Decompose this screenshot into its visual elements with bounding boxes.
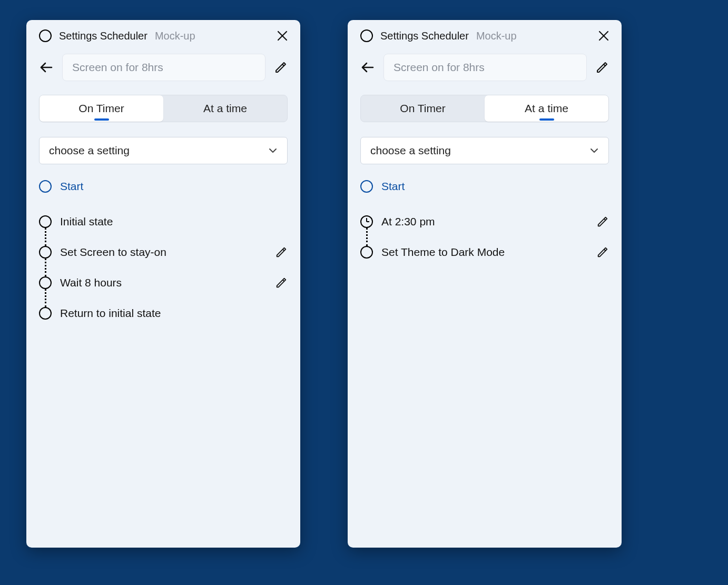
titlebar: Settings Scheduler Mock-up (348, 20, 622, 47)
select-placeholder: choose a setting (49, 144, 130, 157)
tab-at-a-time[interactable]: At a time (163, 95, 287, 122)
tab-at-a-time[interactable]: At a time (485, 95, 608, 122)
tab-label: On Timer (78, 102, 124, 115)
chevron-down-icon (268, 146, 278, 155)
step-item: Return to initial state (39, 298, 288, 329)
window-on-timer: Settings Scheduler Mock-up On Timer At a… (26, 20, 300, 548)
edit-step-icon[interactable] (596, 215, 609, 228)
app-subtitle: Mock-up (476, 30, 517, 42)
step-node-icon (39, 276, 52, 289)
step-node-icon (39, 215, 52, 228)
edit-step-icon[interactable] (275, 276, 288, 289)
start-icon (360, 180, 373, 193)
start-button[interactable]: Start (360, 180, 609, 193)
tab-on-timer[interactable]: On Timer (361, 95, 485, 122)
app-icon (360, 29, 373, 42)
app-icon (39, 29, 52, 42)
start-label: Start (60, 180, 83, 193)
step-node-icon (360, 246, 373, 259)
start-icon (39, 180, 52, 193)
name-row (26, 47, 300, 81)
start-button[interactable]: Start (39, 180, 288, 193)
tab-label: At a time (525, 102, 568, 115)
start-label: Start (381, 180, 405, 193)
titlebar: Settings Scheduler Mock-up (26, 20, 300, 47)
step-label: Set Theme to Dark Mode (381, 246, 588, 259)
select-placeholder: choose a setting (370, 144, 451, 157)
edit-step-icon[interactable] (596, 246, 609, 259)
close-icon[interactable] (598, 31, 609, 41)
edit-name-icon[interactable] (274, 61, 288, 74)
steps-list: At 2:30 pm Set Theme to Dark Mode (360, 206, 609, 267)
tab-label: On Timer (400, 102, 445, 115)
window-at-a-time: Settings Scheduler Mock-up On Timer At a… (348, 20, 622, 548)
chevron-down-icon (589, 146, 599, 155)
back-icon[interactable] (360, 60, 375, 75)
step-item: Set Screen to stay-on (39, 237, 288, 267)
step-label: Set Screen to stay-on (60, 246, 267, 259)
tab-on-timer[interactable]: On Timer (40, 95, 163, 122)
mode-tabs: On Timer At a time (360, 95, 609, 122)
setting-select[interactable]: choose a setting (360, 137, 609, 164)
back-icon[interactable] (39, 60, 54, 75)
step-node-icon (39, 307, 52, 320)
step-label: Initial state (60, 215, 288, 228)
mode-tabs: On Timer At a time (39, 95, 288, 122)
clock-icon (360, 215, 373, 228)
edit-step-icon[interactable] (275, 246, 288, 259)
name-row (348, 47, 622, 81)
app-title: Settings Scheduler (59, 30, 147, 42)
step-item: Initial state (39, 206, 288, 237)
app-title: Settings Scheduler (380, 30, 469, 42)
step-label: Return to initial state (60, 307, 288, 320)
schedule-name-input[interactable] (383, 54, 587, 81)
close-icon[interactable] (277, 31, 288, 41)
steps-list: Initial state Set Screen to stay-on Wait… (39, 206, 288, 329)
tab-label: At a time (203, 102, 247, 115)
app-subtitle: Mock-up (155, 30, 195, 42)
step-item: At 2:30 pm (360, 206, 609, 237)
step-node-icon (39, 246, 52, 259)
step-label: At 2:30 pm (381, 215, 588, 228)
schedule-name-input[interactable] (62, 54, 265, 81)
setting-select[interactable]: choose a setting (39, 137, 288, 164)
step-label: Wait 8 hours (60, 276, 267, 289)
edit-name-icon[interactable] (595, 61, 609, 74)
step-item: Set Theme to Dark Mode (360, 237, 609, 267)
step-item: Wait 8 hours (39, 267, 288, 298)
